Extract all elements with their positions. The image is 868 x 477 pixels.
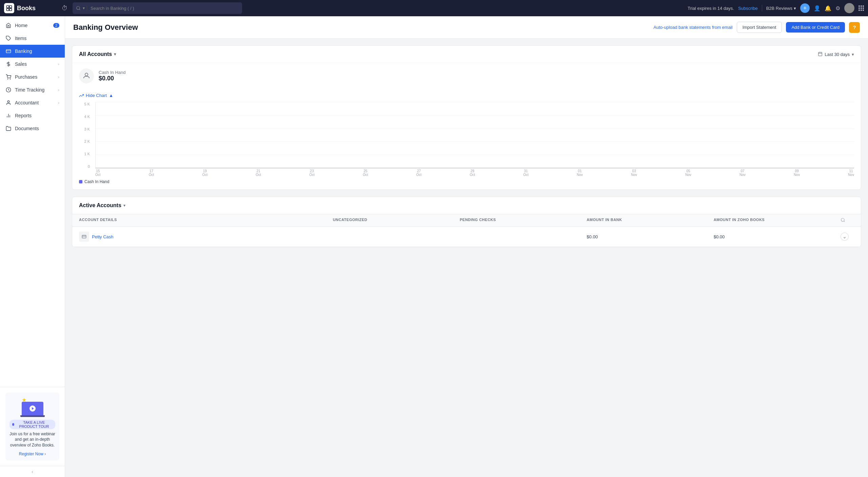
col-account-details: ACCOUNT DETAILS: [79, 218, 333, 223]
xaxis-item: 31Oct: [523, 169, 529, 177]
hide-chart-chevron-icon: ▲: [109, 93, 113, 98]
time-tracking-icon: [5, 87, 12, 93]
legend-dot-icon: [79, 180, 82, 183]
org-chevron-icon: ▾: [794, 6, 796, 11]
purchases-icon: [5, 74, 12, 80]
topnav-right: Trial expires in 14 days. Subscribe B2B …: [688, 3, 864, 13]
sidebar-reports-label: Reports: [15, 113, 32, 118]
active-accounts-chevron-icon[interactable]: ▾: [123, 203, 125, 208]
sidebar-documents-label: Documents: [15, 126, 39, 131]
add-bank-button[interactable]: Add Bank or Credit Card: [786, 22, 845, 33]
reports-icon: [5, 113, 12, 119]
auto-upload-link[interactable]: Auto-upload bank statements from email: [653, 25, 732, 30]
xaxis-item: 19Oct: [202, 169, 208, 177]
all-accounts-chevron-icon: ▾: [114, 52, 116, 57]
sidebar-items-label: Items: [15, 36, 26, 41]
active-accounts-header: Active Accounts ▾: [72, 197, 861, 214]
items-icon: [5, 35, 12, 41]
sidebar-item-purchases[interactable]: Purchases ›: [0, 71, 65, 83]
xaxis-item: 27Oct: [416, 169, 422, 177]
petty-cash-link[interactable]: Petty Cash: [92, 234, 114, 239]
import-statement-button[interactable]: Import Statement: [737, 22, 782, 33]
chart-card: All Accounts ▾ Last 30 days: [72, 45, 861, 190]
yaxis-5k: 5 K: [84, 102, 90, 106]
search-icon: [76, 6, 81, 11]
documents-icon: [5, 125, 12, 132]
subscribe-link[interactable]: Subscribe: [738, 6, 758, 11]
chart-section: Hide Chart ▲ 5 K 4 K 3 K 2 K 1 K 0: [72, 89, 861, 190]
sidebar-item-home[interactable]: Home 2: [0, 19, 65, 32]
svg-rect-0: [7, 6, 9, 8]
sidebar-item-items[interactable]: Items: [0, 32, 65, 45]
yaxis-3k: 3 K: [84, 127, 90, 131]
hide-chart-button[interactable]: Hide Chart ▲: [79, 93, 854, 98]
search-dropdown[interactable]: ▾: [83, 6, 87, 11]
col-search: [841, 218, 854, 223]
contacts-icon[interactable]: 👤: [814, 5, 821, 12]
table-search-icon[interactable]: [841, 218, 845, 222]
register-now-link[interactable]: Register Now ›: [19, 452, 46, 456]
search-container: ▾: [73, 2, 242, 14]
table-row: Petty Cash $0.00 $0.00 ⌄: [72, 227, 861, 247]
xaxis-item: 09Nov: [794, 169, 800, 177]
accountant-icon: [5, 100, 12, 106]
notifications-icon[interactable]: 🔔: [825, 5, 831, 12]
sidebar-collapse-button[interactable]: ‹: [0, 466, 65, 477]
col-amount-books: AMOUNT IN ZOHO BOOKS: [714, 218, 841, 223]
topnav: Books ⏱ ▾ Trial expires in 14 days. Subs…: [0, 0, 868, 16]
divider: [762, 5, 762, 12]
sidebar-item-banking[interactable]: Banking: [0, 45, 65, 58]
account-name-label: Cash In Hand: [99, 70, 126, 75]
xaxis-item: 17Oct: [149, 169, 154, 177]
yaxis-2k: 2 K: [84, 139, 90, 143]
xaxis-item: 25Oct: [363, 169, 368, 177]
cash-hand-icon: [83, 73, 90, 79]
active-accounts-title: Active Accounts: [79, 202, 121, 208]
org-selector[interactable]: B2B Reviews ▾: [766, 6, 796, 11]
sidebar-purchases-label: Purchases: [15, 74, 37, 80]
promo-image: ★: [19, 397, 46, 417]
sidebar-item-sales[interactable]: Sales ›: [0, 58, 65, 71]
search-input[interactable]: [91, 6, 239, 11]
account-name-cell[interactable]: Petty Cash: [79, 232, 333, 242]
sidebar-item-accountant[interactable]: Accountant ›: [0, 96, 65, 109]
xaxis-item: 15Oct: [95, 169, 101, 177]
avatar[interactable]: [844, 3, 854, 13]
home-icon: [5, 22, 12, 28]
sidebar-nav: Home 2 Items B: [0, 16, 65, 387]
sidebar-item-reports[interactable]: Reports: [0, 109, 65, 122]
account-info: Cash In Hand $0.00: [72, 63, 861, 89]
chart-svg: [96, 102, 854, 168]
purchases-chevron-icon: ›: [58, 75, 59, 79]
sidebar-item-time-tracking[interactable]: Time Tracking ›: [0, 83, 65, 96]
date-range-selector[interactable]: Last 30 days ▾: [818, 52, 854, 57]
app-logo[interactable]: Books: [4, 3, 58, 13]
apps-grid-icon[interactable]: [859, 5, 864, 11]
sidebar-item-documents[interactable]: Documents: [0, 122, 65, 135]
promo-tag: TAKE A LIVE PRODUCT TOUR: [9, 420, 55, 429]
yaxis-1k: 1 K: [84, 152, 90, 156]
all-accounts-selector[interactable]: All Accounts ▾: [79, 51, 116, 57]
xaxis-item: 21Oct: [256, 169, 261, 177]
xaxis-item: 03Nov: [631, 169, 637, 177]
help-button[interactable]: ?: [849, 22, 860, 33]
settings-icon[interactable]: ⚙: [835, 5, 840, 12]
sidebar-home-label: Home: [15, 23, 27, 28]
history-icon[interactable]: ⏱: [62, 5, 68, 12]
create-plus-button[interactable]: +: [800, 3, 810, 13]
calendar-icon: [818, 52, 823, 57]
expand-row-button[interactable]: ⌄: [841, 233, 849, 241]
all-accounts-label: All Accounts: [79, 51, 112, 57]
svg-point-10: [10, 79, 11, 79]
collapse-icon: ‹: [32, 469, 33, 474]
row-account-icon: [79, 232, 89, 242]
page-header: Banking Overview Auto-upload bank statem…: [65, 16, 868, 39]
chart-trend-icon: [79, 93, 84, 98]
col-amount-bank: AMOUNT IN BANK: [587, 218, 713, 223]
promo-card: ★ TAKE A LIVE PRODUCT TOUR Join us for a…: [5, 393, 59, 460]
chart-xaxis: 15Oct 17Oct 19Oct 21Oct 23Oct 25Oct 27Oc…: [95, 169, 854, 177]
header-actions: Auto-upload bank statements from email I…: [653, 22, 860, 33]
table-header: ACCOUNT DETAILS UNCATEGORIZED PENDING CH…: [72, 214, 861, 227]
xaxis-item: 07Nov: [739, 169, 746, 177]
hide-chart-label: Hide Chart: [86, 93, 107, 98]
